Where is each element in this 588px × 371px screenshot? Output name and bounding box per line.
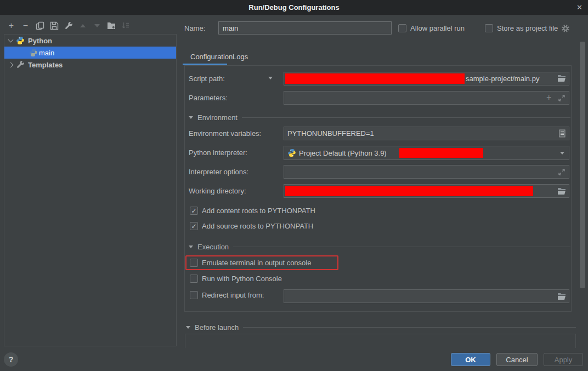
script-path-field[interactable]: sample-project/main.py [284, 72, 569, 85]
add-source-roots-checkbox[interactable]: ✓ Add source roots to PYTHONPATH [190, 222, 313, 230]
script-path-label: Script path: [189, 75, 225, 83]
cancel-button[interactable]: Cancel [496, 353, 538, 366]
environment-variables-value: PYTHONUNBUFFERED=1 [287, 129, 374, 138]
before-launch-section-header[interactable]: Before launch [186, 323, 576, 332]
collapse-triangle-icon [189, 246, 193, 248]
checkbox-label: Redirect input from: [202, 291, 264, 299]
add-content-roots-checkbox[interactable]: ✓ Add content roots to PYTHONPATH [190, 207, 315, 215]
copy-configuration-icon[interactable] [35, 21, 44, 31]
python-interpreter-combobox[interactable]: Project Default (Python 3.9) [284, 146, 569, 160]
name-input[interactable] [218, 21, 392, 35]
tree-item-main[interactable]: main [4, 47, 176, 59]
checkbox-label: Add content roots to PYTHONPATH [202, 207, 315, 215]
chevron-right-icon [8, 62, 14, 67]
checkbox-icon [190, 291, 198, 299]
add-configuration-icon[interactable]: + [7, 21, 16, 31]
tree-item-label: main [39, 49, 54, 57]
save-configuration-icon[interactable] [49, 21, 59, 31]
environment-variables-field[interactable]: PYTHONUNBUFFERED=1 [284, 127, 569, 140]
vertical-scrollbar-thumb[interactable] [580, 42, 585, 288]
checkbox-icon [190, 259, 198, 267]
section-rule [242, 117, 570, 118]
parameters-label: Parameters: [189, 94, 228, 102]
before-launch-list[interactable] [185, 334, 576, 348]
configurations-toolbar: + − [7, 20, 130, 31]
allow-parallel-run-checkbox[interactable]: Allow parallel run [398, 24, 465, 32]
python-icon [16, 36, 25, 45]
close-icon[interactable]: ✕ [576, 0, 583, 15]
section-title: Before launch [195, 323, 239, 332]
section-rule [243, 327, 576, 328]
redaction-bar [285, 186, 533, 196]
browse-folder-icon[interactable] [557, 293, 566, 300]
new-folder-icon[interactable] [106, 21, 116, 31]
wrench-icon [16, 60, 25, 69]
working-directory-label: Working directory: [189, 187, 246, 195]
edit-variables-icon[interactable] [559, 129, 566, 138]
name-label: Name: [184, 24, 205, 32]
gear-icon[interactable] [562, 25, 569, 32]
help-button[interactable]: ? [4, 352, 18, 367]
checkbox-icon [485, 24, 493, 32]
environment-section-header[interactable]: Environment [189, 113, 570, 122]
expand-field-icon[interactable] [558, 95, 565, 101]
checkbox-checked-icon: ✓ [190, 222, 198, 230]
dialog-title-bar: Run/Debug Configurations ✕ [0, 0, 588, 15]
interpreter-options-field[interactable] [284, 165, 569, 179]
redirect-input-field[interactable] [284, 289, 569, 303]
checkbox-label: Emulate terminal in output console [202, 259, 311, 267]
tab-configuration[interactable]: Configuration [190, 53, 233, 61]
python-interpreter-value: Project Default (Python 3.9) [299, 149, 387, 157]
environment-variables-label: Environment variables: [189, 129, 261, 138]
checkbox-icon [398, 24, 406, 32]
apply-button[interactable]: Apply [544, 353, 583, 366]
working-directory-field[interactable] [284, 184, 569, 198]
checkbox-label: Run with Python Console [202, 275, 282, 283]
remove-configuration-icon[interactable]: − [21, 21, 30, 31]
tab-logs[interactable]: Logs [233, 53, 248, 61]
redirect-input-checkbox[interactable]: Redirect input from: [190, 291, 264, 299]
add-macro-icon[interactable]: + [546, 93, 551, 102]
interpreter-options-label: Interpreter options: [189, 168, 248, 176]
dialog-title: Run/Debug Configurations [0, 0, 588, 15]
browse-folder-icon[interactable] [557, 75, 566, 82]
script-path-value: sample-project/main.py [466, 75, 539, 83]
checkbox-label: Add source roots to PYTHONPATH [202, 222, 313, 230]
sort-configurations-icon[interactable] [121, 21, 130, 31]
tree-item-label: Templates [28, 61, 63, 69]
store-as-project-file-checkbox[interactable]: Store as project file [485, 24, 569, 32]
section-rule [233, 247, 570, 247]
execution-section-header[interactable]: Execution [189, 242, 570, 251]
redaction-bar [399, 148, 483, 158]
checkbox-label: Allow parallel run [410, 24, 465, 32]
python-icon [29, 48, 38, 57]
tree-item-python[interactable]: Python [4, 35, 176, 47]
collapse-triangle-icon [189, 116, 193, 119]
python-icon [287, 149, 296, 157]
emulate-terminal-checkbox[interactable]: Emulate terminal in output console [190, 259, 311, 267]
ok-button[interactable]: OK [451, 353, 490, 366]
checkbox-icon [190, 275, 198, 283]
run-with-python-console-checkbox[interactable]: Run with Python Console [190, 275, 282, 283]
redaction-bar [285, 73, 465, 84]
python-interpreter-label: Python interpreter: [189, 149, 247, 157]
script-path-mode-chevron-icon[interactable] [268, 77, 273, 79]
configuration-tree: Python main Templates [4, 34, 177, 346]
checkbox-label: Store as project file [497, 24, 558, 32]
chevron-down-icon [8, 37, 14, 42]
section-title: Execution [197, 243, 229, 251]
help-icon: ? [9, 355, 14, 364]
expand-field-icon[interactable] [558, 169, 565, 175]
move-down-icon[interactable] [92, 21, 101, 31]
tree-item-templates[interactable]: Templates [4, 59, 176, 71]
browse-folder-icon[interactable] [557, 187, 566, 195]
parameters-field[interactable]: + [284, 91, 569, 105]
combobox-arrow-icon[interactable] [560, 152, 564, 155]
collapse-triangle-icon [186, 326, 190, 329]
tree-item-label: Python [28, 37, 52, 45]
checkbox-checked-icon: ✓ [190, 207, 198, 215]
move-up-icon[interactable] [78, 21, 87, 31]
edit-templates-icon[interactable] [64, 21, 73, 31]
section-title: Environment [197, 113, 238, 122]
